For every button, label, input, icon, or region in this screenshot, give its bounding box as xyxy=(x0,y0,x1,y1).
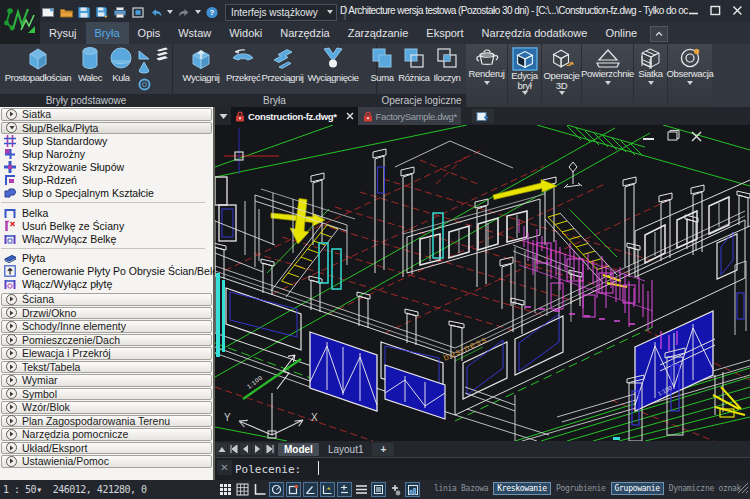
palette-item-slup-narozny[interactable]: Słup Narożny xyxy=(0,147,213,160)
open-folder-icon[interactable] xyxy=(58,4,74,20)
close-tab-icon[interactable] xyxy=(346,112,354,120)
tab-rysuj[interactable]: Rysuj xyxy=(40,22,86,44)
close-command-icon[interactable]: ✕ xyxy=(217,460,232,475)
ribbon-button-walec[interactable]: Walec xyxy=(74,46,106,83)
tab-narzedzia[interactable]: Narzędzia xyxy=(271,22,339,44)
tab-zarzadzanie[interactable]: Zarządzanie xyxy=(339,22,418,44)
ribbon-button-renderuj[interactable]: Renderuj xyxy=(466,44,508,106)
palette-section-narzedzia-pomocnicze[interactable]: Narzędzia pomocnicze xyxy=(1,428,212,441)
prev-layout-button[interactable] xyxy=(240,443,251,455)
dynamic-ucs-icon[interactable] xyxy=(337,482,352,497)
palette-item-skrzyzowanie-slupow[interactable]: Skrzyżowanie Słupów xyxy=(0,160,213,173)
tab-opis[interactable]: Opis xyxy=(129,22,170,44)
ribbon-button-powierzchnie[interactable]: Powierzchnie xyxy=(582,44,634,106)
tab-bryla[interactable]: Bryła xyxy=(86,22,129,44)
layout-tab-layout1[interactable]: Layout1 xyxy=(322,443,370,456)
snap-grid-icon[interactable] xyxy=(235,482,250,497)
ribbon-button-przeciagnij[interactable]: Przeciągnij xyxy=(260,46,305,83)
drawing-canvas[interactable]: X Y 1:100 business 1:100 xyxy=(215,125,750,441)
ribbon-button-roznica[interactable]: Różnica xyxy=(397,46,431,83)
toggle-linia-bazowa[interactable]: linia Bazowa xyxy=(434,483,488,494)
minimize-button[interactable] xyxy=(684,2,702,18)
palette-section-wymiar[interactable]: Wymiar xyxy=(1,374,212,387)
ribbon-button-kula[interactable]: Kula xyxy=(107,46,135,83)
ribbon-button-wyciagnij[interactable]: Wyciągnij xyxy=(177,46,225,83)
ribbon-button-torus[interactable] xyxy=(138,77,151,95)
ribbon-button-prostopadloscian[interactable]: Prostopadłościan xyxy=(2,46,74,83)
save-icon[interactable] xyxy=(76,4,92,20)
palette-item-plyta[interactable]: Płyta xyxy=(0,252,213,265)
add-layout-button[interactable]: + xyxy=(372,443,394,456)
ribbon-button-edycja-bryl[interactable]: Edycja brył xyxy=(508,44,542,106)
palette-section-tekst-tabela[interactable]: Tekst/Tabela xyxy=(1,361,212,374)
redo-dropdown-icon[interactable] xyxy=(194,4,202,20)
snap-tracking-icon[interactable] xyxy=(320,482,335,497)
ribbon-button-suma[interactable]: Suma xyxy=(368,46,396,83)
last-layout-button[interactable] xyxy=(264,443,275,455)
help-icon[interactable]: ? xyxy=(204,4,220,20)
palette-section-sciana[interactable]: Ściana xyxy=(1,293,212,306)
annotation-monitor-icon[interactable] xyxy=(405,482,420,497)
first-layout-button[interactable] xyxy=(228,443,239,455)
print-icon[interactable] xyxy=(112,4,128,20)
hatch-display-icon[interactable] xyxy=(371,482,386,497)
tab-wstaw[interactable]: Wstaw xyxy=(169,22,220,44)
ribbon-button-operacje-3d[interactable]: Operacje 3D xyxy=(542,44,582,106)
toggle-kreskowanie[interactable]: Kreskowanie xyxy=(493,482,551,495)
palette-section-drzwi-okno[interactable]: Drzwi/Okno xyxy=(1,307,212,320)
doc-tab-factorysample[interactable]: FactorySample.dwg* xyxy=(359,107,462,125)
toggle-grupowanie[interactable]: Grupowanie xyxy=(611,482,664,495)
ribbon-collapse-button[interactable] xyxy=(650,26,668,42)
ortho-icon[interactable] xyxy=(252,482,267,497)
object-snap-icon[interactable] xyxy=(286,482,301,497)
app-logo[interactable] xyxy=(0,0,40,44)
palette-item-slup-rdzen[interactable]: Słup-Rdzeń xyxy=(0,174,213,187)
redo-icon[interactable] xyxy=(176,4,192,20)
tab-narzedzia-dodatkowe[interactable]: Narzędzia dodatkowe xyxy=(473,22,597,44)
palette-section-slup-belka-plyta[interactable]: Słup/Belka/Płyta xyxy=(1,122,212,135)
mdi-window-controls[interactable] xyxy=(643,130,701,141)
ribbon-button-obserwacja[interactable]: Obserwacja xyxy=(668,44,712,106)
palette-section-symbol[interactable]: Symbol xyxy=(1,388,212,401)
ribbon-button-przekrec[interactable]: Przekręć xyxy=(226,46,259,83)
toggle-pogrubienie[interactable]: Pogrubienie xyxy=(556,483,606,494)
layout-tab-model[interactable]: Model xyxy=(278,443,319,456)
new-tab-button[interactable] xyxy=(472,109,494,123)
palette-item-slup-specjalny[interactable]: Słup o Specjalnym Kształcie xyxy=(0,187,213,200)
palette-section-pomieszczenie-dach[interactable]: Pomieszczenie/Dach xyxy=(1,334,212,347)
palette-item-generowanie-plyty[interactable]: Generowanie Płyty Po Obrysie Ścian/Belek xyxy=(0,265,213,278)
palette-section-wzor-blok[interactable]: Wzór/Blok xyxy=(1,401,212,414)
workspace-dropdown[interactable]: Interfejs wstążkowy xyxy=(225,4,337,21)
palette-section-uklad-eksport[interactable]: Układ/Eksport xyxy=(1,442,212,455)
palette-section-ustawienia-pomoc[interactable]: Ustawienia/Pomoc xyxy=(1,455,212,468)
scroll-up-button[interactable] xyxy=(216,443,227,455)
menu-lines-icon[interactable] xyxy=(354,482,369,497)
palette-item-usun-belke[interactable]: Usuń Belkę ze Ściany xyxy=(0,219,213,232)
new-file-icon[interactable] xyxy=(40,4,56,20)
scale-value[interactable]: 1 : 50 xyxy=(3,484,36,495)
maximize-button[interactable] xyxy=(706,2,724,18)
polar-tracking-icon[interactable] xyxy=(269,482,284,497)
palette-item-belka[interactable]: Belka xyxy=(0,206,213,219)
palette-section-elewacja[interactable]: Elewacja i Przekrój xyxy=(1,347,212,360)
ribbon-button-polibryla[interactable] xyxy=(154,46,171,65)
toggle-dynamiczne[interactable]: Dynamiczne oznak xyxy=(669,483,741,494)
tab-eksport[interactable]: Eksport xyxy=(417,22,472,44)
palette-section-schody[interactable]: Schody/Inne elementy xyxy=(1,320,212,333)
palette-item-slup-standardowy[interactable]: Słup Standardowy xyxy=(0,134,213,147)
undo-icon[interactable] xyxy=(148,4,164,20)
ribbon-button-wyciagniecie[interactable]: Wyciągnięcie xyxy=(306,46,360,83)
doc-tab-construction[interactable]: Construction-fz.dwg* xyxy=(231,107,359,125)
scale-dropdown-icon[interactable]: ▾ xyxy=(36,484,42,495)
grid-display-icon[interactable] xyxy=(218,482,233,497)
ribbon-button-iloczyn[interactable]: Iloczyn xyxy=(431,46,463,83)
palette-item-wlacz-belke[interactable]: Włącz/Wyłącz Belkę xyxy=(0,232,213,245)
command-line[interactable]: ✕ Polecenie: xyxy=(215,457,750,480)
undo-dropdown-icon[interactable] xyxy=(166,4,174,20)
next-layout-button[interactable] xyxy=(252,443,263,455)
palette-item-wlacz-plyte[interactable]: Włącz/Wyłącz płytę xyxy=(0,278,213,291)
preview-icon[interactable] xyxy=(130,4,146,20)
polar-angle-icon[interactable] xyxy=(303,482,318,497)
palette-section-siatka[interactable]: Siatka xyxy=(1,108,212,121)
resize-grip[interactable] xyxy=(737,479,749,498)
